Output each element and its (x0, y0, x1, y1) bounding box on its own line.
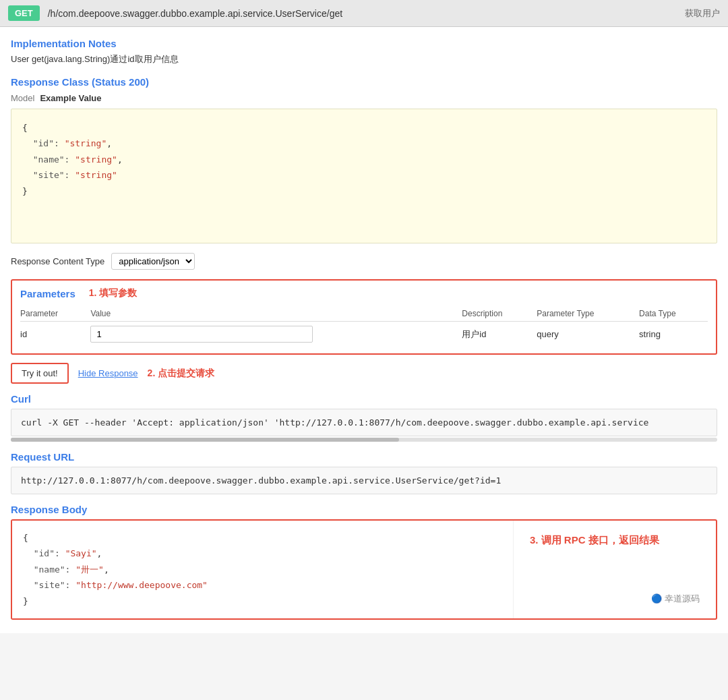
col-value: Value (90, 306, 462, 322)
param-type: query (537, 322, 639, 347)
param-value-cell (90, 322, 462, 347)
col-data-type: Data Type (639, 306, 708, 322)
response-body-code: { "id": "Sayi", "name": "卅一", "site": "h… (12, 521, 514, 618)
content-type-select[interactable]: application/json (111, 253, 195, 270)
param-name: id (20, 322, 90, 347)
response-class-section: Response Class (Status 200) Model Exampl… (0, 76, 728, 243)
curl-scrollbar-thumb (11, 438, 399, 442)
try-section: Try it out! Hide Response 2. 点击提交请求 (11, 363, 717, 384)
main-container: GET /h/com.deepoove.swagger.dubbo.exampl… (0, 0, 728, 633)
response-body-annotation: 3. 调用 RPC 接口，返回结果 🔵 幸道源码 (514, 521, 716, 618)
request-url-section: Request URL http://127.0.0.1:8077/h/com.… (0, 451, 728, 494)
parameters-header: Parameters 1. 填写参数 (20, 287, 708, 299)
curl-section: Curl curl -X GET --header 'Accept: appli… (0, 393, 728, 442)
col-description: Description (462, 306, 537, 322)
col-parameter: Parameter (20, 306, 90, 322)
col-parameter-type: Parameter Type (537, 306, 639, 322)
method-badge: GET (8, 5, 40, 21)
parameters-title: Parameters (20, 288, 75, 299)
tab-model[interactable]: Model (11, 93, 34, 103)
table-row: id 用户id query string (20, 322, 708, 347)
response-body-section: Response Body { "id": "Sayi", "name": "卅… (0, 504, 728, 620)
step1-annotation: 1. 填写参数 (89, 287, 138, 299)
step3-annotation: 3. 调用 RPC 接口，返回结果 (530, 534, 700, 547)
params-table: Parameter Value Description Parameter Ty… (20, 306, 708, 347)
implementation-notes-desc: User get(java.lang.String)通过id取用户信息 (11, 53, 717, 65)
content-type-label: Response Content Type (11, 256, 104, 266)
hide-response-link[interactable]: Hide Response (78, 368, 138, 378)
watermark: 🔵 幸道源码 (530, 552, 700, 605)
content-type-row: Response Content Type application/json (11, 253, 717, 270)
get-user-button[interactable]: 获取用户 (685, 7, 720, 20)
implementation-notes-section: Implementation Notes User get(java.lang.… (0, 38, 728, 65)
param-data-type: string (639, 322, 708, 347)
curl-title: Curl (11, 393, 717, 405)
try-it-out-button[interactable]: Try it out! (11, 363, 69, 384)
tab-example[interactable]: Example Value (40, 93, 101, 103)
response-class-code: { "id": "string", "name": "string", "sit… (11, 109, 717, 243)
curl-scrollbar[interactable] (11, 438, 717, 442)
response-body-container: { "id": "Sayi", "name": "卅一", "site": "h… (11, 519, 717, 620)
param-description: 用户id (462, 322, 537, 347)
parameters-section: Parameters 1. 填写参数 Parameter Value Descr… (11, 279, 717, 355)
param-value-input[interactable] (90, 326, 313, 343)
request-url-value: http://127.0.0.1:8077/h/com.deepoove.swa… (11, 467, 717, 494)
implementation-notes-title: Implementation Notes (11, 38, 717, 49)
model-tabs: Model Example Value (11, 93, 717, 103)
response-class-title: Response Class (Status 200) (11, 76, 717, 88)
header-bar: GET /h/com.deepoove.swagger.dubbo.exampl… (0, 0, 728, 27)
response-body-title: Response Body (11, 504, 717, 515)
endpoint-path: /h/com.deepoove.swagger.dubbo.example.ap… (48, 8, 685, 19)
step2-annotation: 2. 点击提交请求 (148, 368, 215, 380)
request-url-title: Request URL (11, 451, 717, 463)
curl-command: curl -X GET --header 'Accept: applicatio… (11, 409, 717, 436)
